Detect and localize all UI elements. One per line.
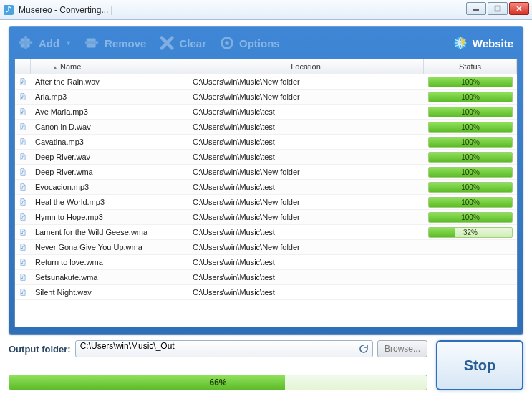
- file-status: 32%: [424, 227, 517, 238]
- table-row[interactable]: Never Gona Give You Up.wmaC:\Users\win\M…: [15, 240, 517, 255]
- gear-icon: [219, 35, 235, 51]
- remove-icon: [84, 35, 100, 51]
- col-location-header[interactable]: Location: [188, 59, 424, 74]
- file-location: C:\Users\win\Music\New folder: [188, 213, 424, 221]
- file-location: C:\Users\win\Music\New folder: [188, 92, 424, 101]
- svg-rect-2: [495, 6, 500, 11]
- table-row[interactable]: After the Rain.wavC:\Users\win\Music\New…: [15, 74, 517, 90]
- maximize-button[interactable]: [488, 2, 508, 15]
- col-status-header[interactable]: Status: [424, 59, 517, 74]
- file-name: Canon in D.wav: [31, 122, 188, 131]
- file-name: Silent Night.wav: [31, 288, 188, 297]
- reload-icon[interactable]: [358, 343, 369, 355]
- svg-rect-9: [85, 41, 98, 44]
- file-location: C:\Users\win\Music\New folder: [188, 198, 424, 206]
- table-row[interactable]: Deep River.wavC:\Users\win\Music\test100…: [15, 150, 517, 165]
- remove-label: Remove: [105, 37, 146, 49]
- status-progress: 100%: [428, 92, 513, 102]
- file-name: Setsunakute.wma: [31, 273, 188, 282]
- status-pct: 100%: [429, 77, 512, 87]
- file-status: 100%: [424, 212, 517, 223]
- file-icon: [15, 122, 31, 132]
- table-row[interactable]: Hymn to Hope.mp3C:\Users\win\Music\New f…: [15, 210, 517, 225]
- table-row[interactable]: Evocacion.mp3C:\Users\win\Music\test100%: [15, 180, 517, 195]
- status-pct: 100%: [429, 92, 512, 102]
- file-location: C:\Users\win\Music\test: [188, 183, 424, 191]
- table-row[interactable]: Lament for the Wild Geese.wmaC:\Users\wi…: [15, 225, 517, 240]
- clear-button: Clear: [159, 35, 206, 51]
- window-title: Musereo - Converting... |: [19, 5, 113, 15]
- file-icon: [15, 212, 31, 222]
- file-name: After the Rain.wav: [31, 77, 188, 86]
- file-status: 100%: [424, 197, 517, 208]
- file-icon: [15, 92, 31, 102]
- file-name: Return to love.wma: [31, 258, 188, 266]
- output-path-input[interactable]: C:\Users\win\Music\_Out: [75, 340, 373, 357]
- file-name: Ave Maria.mp3: [31, 107, 188, 116]
- file-status: 100%: [424, 122, 517, 133]
- globe-icon: [453, 35, 468, 51]
- status-pct: 100%: [429, 198, 512, 207]
- grid-body[interactable]: After the Rain.wavC:\Users\win\Music\New…: [15, 74, 517, 327]
- table-row[interactable]: Deep River.wmaC:\Users\win\Music\New fol…: [15, 165, 517, 180]
- table-row[interactable]: Cavatina.mp3C:\Users\win\Music\test100%: [15, 135, 517, 150]
- title-bar: Musereo - Converting... |: [0, 0, 532, 20]
- table-row[interactable]: Setsunakute.wmaC:\Users\win\Music\test: [15, 270, 517, 285]
- table-row[interactable]: Silent Night.wavC:\Users\win\Music\test: [15, 285, 517, 300]
- col-name-header[interactable]: ▲ Name: [31, 59, 188, 74]
- table-row[interactable]: Heal the World.mp3C:\Users\win\Music\New…: [15, 195, 517, 210]
- status-progress: 100%: [428, 122, 513, 133]
- file-icon: [15, 197, 31, 207]
- status-progress: 100%: [428, 167, 513, 178]
- file-name: Heal the World.mp3: [31, 198, 188, 206]
- status-pct: 100%: [429, 107, 512, 117]
- status-progress: 100%: [428, 197, 513, 208]
- output-row: Output folder: C:\Users\win\Music\_Out B…: [9, 340, 427, 357]
- file-location: C:\Users\win\Music\New folder: [188, 77, 424, 86]
- add-button: Add ▼: [19, 35, 72, 51]
- file-location: C:\Users\win\Music\test: [188, 122, 424, 131]
- col-icon-header[interactable]: [15, 59, 31, 74]
- status-pct: 100%: [429, 138, 512, 147]
- file-icon: [15, 242, 31, 252]
- status-progress: 32%: [428, 227, 513, 238]
- file-location: C:\Users\win\Music\New folder: [188, 168, 424, 176]
- stop-label: Stop: [464, 357, 495, 374]
- website-button[interactable]: Website: [453, 35, 513, 51]
- table-row[interactable]: Aria.mp3C:\Users\win\Music\New folder100…: [15, 90, 517, 105]
- status-progress: 100%: [428, 152, 513, 163]
- file-name: Cavatina.mp3: [31, 138, 188, 146]
- grid-header: ▲ Name Location Status: [15, 59, 517, 74]
- col-location-label: Location: [291, 62, 321, 71]
- add-icon: [19, 35, 34, 51]
- status-progress: 100%: [428, 107, 513, 117]
- overall-progress-label: 66%: [9, 375, 427, 390]
- status-pct: 100%: [429, 213, 512, 222]
- table-row[interactable]: Canon in D.wavC:\Users\win\Music\test100…: [15, 120, 517, 135]
- options-button: Options: [219, 35, 280, 51]
- stop-button[interactable]: Stop: [436, 340, 523, 390]
- status-pct: 100%: [429, 122, 512, 132]
- file-status: 100%: [424, 107, 517, 117]
- file-status: 100%: [424, 137, 517, 148]
- file-icon: [15, 227, 31, 237]
- table-row[interactable]: Return to love.wmaC:\Users\win\Music\tes…: [15, 255, 517, 270]
- website-label: Website: [473, 37, 513, 49]
- dropdown-caret-icon: ▼: [65, 39, 72, 47]
- file-icon: [15, 287, 31, 297]
- options-label: Options: [239, 37, 280, 49]
- main-panel: Add ▼ Remove Clear Options Website ▲ Nam…: [9, 26, 523, 335]
- close-button[interactable]: [509, 2, 529, 15]
- file-status: 100%: [424, 167, 517, 178]
- col-status-label: Status: [459, 62, 481, 71]
- file-icon: [15, 257, 31, 267]
- file-location: C:\Users\win\Music\test: [188, 138, 424, 146]
- output-path-value: C:\Users\win\Music\_Out: [80, 341, 175, 351]
- file-name: Lament for the Wild Geese.wma: [31, 228, 188, 236]
- minimize-button[interactable]: [466, 2, 486, 15]
- browse-button: Browse...: [377, 340, 427, 357]
- status-progress: 100%: [428, 137, 513, 148]
- file-location: C:\Users\win\Music\test: [188, 258, 424, 266]
- file-name: Hymn to Hope.mp3: [31, 213, 188, 221]
- table-row[interactable]: Ave Maria.mp3C:\Users\win\Music\test100%: [15, 105, 517, 120]
